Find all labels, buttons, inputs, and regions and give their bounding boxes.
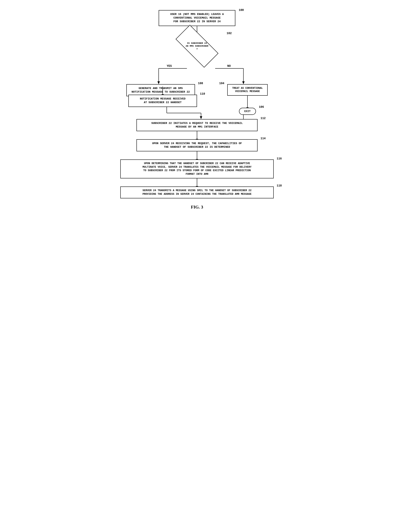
svg-text:YES: YES	[167, 64, 172, 68]
ref-118: 118	[277, 184, 282, 187]
arrow-108-110	[162, 87, 163, 95]
merge-svg	[110, 107, 284, 119]
ref-112: 112	[261, 117, 266, 120]
left-flow-continue: NOTIFICATION MESSAGE RECEIVED AT SUBSCRI…	[110, 87, 284, 107]
node-116: UPON DETERMINING THAT THE HANDSET OF SUB…	[120, 160, 274, 178]
node-102: IS SUBCRIBER 22 AN MMS SUBSCRIBER ?	[183, 42, 211, 51]
ref-104: 104	[219, 82, 224, 85]
diagram-container: USER 16 (NOT MMS ENABLED) LEAVES A CONVE…	[106, 4, 288, 222]
svg-marker-5	[242, 81, 245, 84]
svg-marker-13	[200, 116, 202, 119]
ref-110: 110	[200, 92, 205, 95]
ref-108: 108	[198, 82, 203, 85]
arrow-114-116	[197, 151, 197, 160]
arrow-116-118	[197, 178, 197, 186]
node-114-section: UPON SERVER 24 RECEIVING THE REQUEST, TH…	[110, 139, 284, 160]
node-112: SUBSCRIBER 22 INITIATES A REQUEST TO REC…	[136, 119, 258, 131]
ref-116: 116	[277, 157, 282, 160]
svg-text:NO: NO	[227, 64, 231, 68]
node-114: UPON SERVER 24 RECEIVING THE REQUEST, TH…	[136, 139, 258, 151]
node-112-section: SUBSCRIBER 22 INITIATES A REQUEST TO REC…	[110, 119, 284, 139]
svg-marker-2	[157, 81, 160, 84]
figure-label: FIG. 3	[110, 204, 284, 210]
ref-102: 102	[227, 32, 232, 35]
ref-100: 100	[239, 9, 244, 12]
node-110: NOTIFICATION MESSAGE RECEIVED AT SUBSCRI…	[128, 95, 197, 107]
node-100: USER 16 (NOT MMS ENABLED) LEAVES A CONVE…	[159, 10, 235, 26]
node-118-section: SERVER 24 TRANSMITS A MESSAGE USING SMIL…	[110, 186, 284, 198]
flowchart: USER 16 (NOT MMS ENABLED) LEAVES A CONVE…	[110, 10, 284, 198]
arrow-112-114	[197, 131, 197, 139]
merge-area	[110, 107, 284, 119]
node-118: SERVER 24 TRANSMITS A MESSAGE USING SMIL…	[120, 186, 274, 198]
node-102-container: IS SUBCRIBER 22 AN MMS SUBSCRIBER ?	[173, 34, 221, 58]
node-116-section: UPON DETERMINING THAT THE HANDSET OF SUB…	[110, 160, 284, 186]
ref-114: 114	[261, 137, 266, 140]
